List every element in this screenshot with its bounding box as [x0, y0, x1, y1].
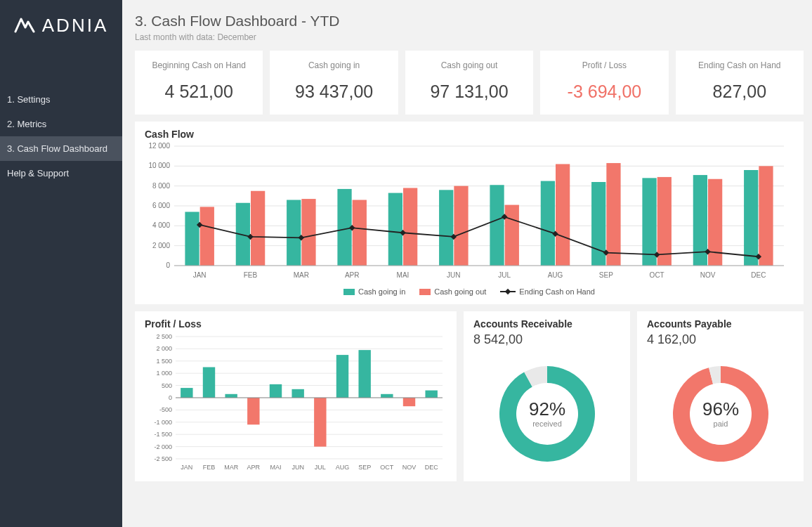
svg-rect-30: [454, 186, 468, 266]
svg-text:1 000: 1 000: [156, 370, 172, 377]
svg-rect-29: [439, 190, 453, 266]
svg-text:-1 500: -1 500: [154, 431, 172, 438]
svg-rect-36: [556, 164, 570, 266]
svg-rect-15: [200, 207, 214, 266]
svg-text:6 000: 6 000: [152, 202, 170, 209]
page-header: 3. Cash Flow Dashboard - YTD Last month …: [135, 13, 804, 42]
logo: ADNIA: [0, 0, 122, 51]
receivable-panel: Accounts Receivable 8 542,00 92%received: [464, 311, 630, 481]
page-subtitle: Last month with data: December: [135, 32, 804, 42]
kpi-value: 4 521,00: [140, 82, 257, 102]
svg-text:MAI: MAI: [397, 271, 410, 279]
payable-title: Accounts Payable: [647, 318, 794, 330]
sidebar: ADNIA 1. Settings2. Metrics3. Cash Flow …: [0, 0, 122, 527]
receivable-donut: 92%received: [487, 354, 607, 474]
svg-rect-47: [744, 170, 758, 266]
profitloss-chart: -2 500-2 000-1 500-1 000-50005001 0001 5…: [145, 332, 447, 473]
svg-text:FEB: FEB: [203, 464, 216, 471]
kpi-label: Cash going in: [275, 60, 392, 70]
svg-rect-24: [353, 200, 367, 266]
svg-text:DEC: DEC: [425, 464, 439, 471]
profitloss-title: Profit / Loss: [145, 318, 447, 330]
sidebar-nav: 1. Settings2. Metrics3. Cash Flow Dashbo…: [0, 87, 122, 186]
svg-text:MAR: MAR: [224, 464, 239, 471]
kpi-card-4: Ending Cash on Hand827,00: [676, 51, 804, 115]
svg-text:4 000: 4 000: [152, 221, 170, 229]
receivable-amount: 8 542,00: [473, 332, 620, 347]
svg-rect-99: [336, 355, 348, 398]
svg-text:OCT: OCT: [380, 464, 394, 471]
profitloss-panel: Profit / Loss -2 500-2 000-1 500-1 000-5…: [135, 311, 457, 481]
kpi-label: Beginning Cash on Hand: [140, 60, 257, 70]
svg-rect-14: [185, 212, 199, 266]
svg-text:JUL: JUL: [498, 271, 511, 279]
sidebar-item-1[interactable]: 2. Metrics: [0, 112, 122, 136]
svg-text:12 000: 12 000: [148, 143, 170, 150]
svg-text:10 000: 10 000: [148, 162, 170, 169]
cashflow-title: Cash Flow: [145, 129, 794, 140]
kpi-value: 827,00: [681, 82, 798, 102]
svg-text:NOV: NOV: [402, 464, 417, 471]
payable-donut: 96%paid: [661, 354, 780, 474]
svg-text:received: received: [532, 419, 562, 428]
svg-text:1 500: 1 500: [156, 358, 172, 365]
svg-text:NOV: NOV: [700, 271, 716, 279]
svg-text:2 000: 2 000: [152, 242, 170, 249]
svg-text:-500: -500: [159, 406, 172, 413]
main-content: 3. Cash Flow Dashboard - YTD Last month …: [122, 0, 812, 527]
svg-text:-2 000: -2 000: [154, 443, 172, 450]
svg-rect-97: [314, 398, 326, 447]
svg-text:JUN: JUN: [447, 271, 460, 279]
svg-rect-41: [642, 178, 656, 266]
svg-text:2 000: 2 000: [156, 345, 172, 352]
svg-rect-42: [657, 177, 672, 266]
svg-rect-103: [381, 394, 393, 398]
svg-rect-87: [203, 367, 215, 398]
sidebar-item-2[interactable]: 3. Cash Flow Dashboard: [0, 136, 122, 161]
payable-amount: 4 162,00: [647, 332, 794, 347]
svg-rect-33: [505, 205, 519, 266]
svg-text:JAN: JAN: [193, 271, 207, 279]
svg-text:MAR: MAR: [294, 271, 309, 279]
svg-text:OCT: OCT: [650, 271, 664, 279]
svg-text:DEC: DEC: [751, 271, 766, 279]
legend-cash-out: Cash going out: [419, 287, 486, 296]
kpi-card-2: Cash going out97 131,00: [405, 51, 533, 115]
svg-rect-20: [287, 200, 301, 266]
logo-icon: [14, 18, 35, 33]
svg-rect-101: [358, 350, 370, 398]
svg-rect-35: [541, 181, 555, 266]
kpi-card-3: Profit / Loss-3 694,00: [540, 51, 668, 115]
bottom-row: Profit / Loss -2 500-2 000-1 500-1 000-5…: [135, 311, 804, 481]
kpi-value: 93 437,00: [275, 82, 392, 102]
svg-text:APR: APR: [247, 464, 261, 471]
svg-text:JUL: JUL: [315, 464, 326, 471]
svg-text:0: 0: [166, 261, 170, 269]
svg-text:500: 500: [162, 382, 172, 389]
kpi-value: 97 131,00: [411, 82, 528, 102]
svg-text:AUG: AUG: [336, 464, 350, 471]
svg-text:-2 500: -2 500: [154, 455, 172, 462]
svg-rect-85: [181, 388, 192, 398]
legend-ending: Ending Cash on Hand: [500, 287, 595, 296]
page-title: 3. Cash Flow Dashboard - YTD: [135, 13, 804, 30]
svg-rect-48: [759, 166, 773, 266]
kpi-value: -3 694,00: [546, 82, 662, 102]
svg-text:2 500: 2 500: [156, 333, 172, 340]
svg-text:paid: paid: [713, 419, 728, 428]
sidebar-item-3[interactable]: Help & Support: [0, 161, 122, 186]
kpi-card-1: Cash going in93 437,00: [270, 51, 398, 115]
kpi-card-0: Beginning Cash on Hand4 521,00: [135, 51, 263, 115]
brand-text: ADNIA: [42, 15, 108, 37]
kpi-label: Ending Cash on Hand: [681, 60, 798, 70]
receivable-title: Accounts Receivable: [473, 318, 620, 330]
svg-rect-91: [247, 398, 259, 424]
svg-text:SEP: SEP: [599, 271, 613, 279]
svg-rect-93: [270, 384, 282, 398]
svg-text:92%: 92%: [528, 398, 565, 419]
svg-rect-107: [425, 391, 437, 398]
svg-rect-32: [490, 185, 504, 266]
sidebar-item-0[interactable]: 1. Settings: [0, 87, 122, 112]
svg-rect-39: [606, 163, 620, 266]
svg-rect-95: [292, 389, 303, 398]
